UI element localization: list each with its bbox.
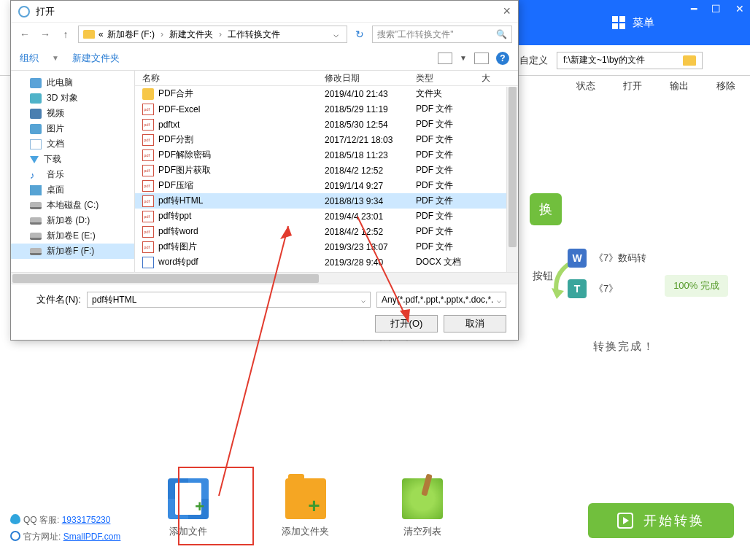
dialog-toolbar: 组织▼ 新建文件夹 ▼ ?: [11, 46, 518, 71]
minimize-button[interactable]: ━: [691, 3, 697, 15]
qq-link[interactable]: 1933175230: [62, 515, 111, 525]
site-link[interactable]: SmallPDF.com: [63, 532, 121, 542]
view-options-button[interactable]: [438, 52, 452, 64]
file-filter-select[interactable]: Any(*.pdf,*.ppt,*.pptx,*.doc,*.⌵: [376, 292, 506, 308]
tree-item[interactable]: ♪音乐: [11, 167, 134, 182]
file-type: PDF 文件: [416, 241, 482, 253]
file-row[interactable]: PDF图片获取2018/4/2 12:52PDF 文件: [135, 163, 518, 178]
app-icon: [18, 6, 30, 18]
help-button[interactable]: ?: [496, 52, 509, 65]
file-date: 2019/4/4 23:01: [325, 211, 416, 222]
dialog-title: 打开: [36, 5, 55, 18]
dialog-nav: ← → ↑ « 新加卷F (F:)› 新建文件夹› 工作转换文件 ⌵ ↻ 搜索"…: [11, 23, 518, 46]
file-type: PDF 文件: [416, 118, 482, 131]
file-type: PDF 文件: [416, 164, 482, 176]
file-list-header[interactable]: 名称 修改日期 类型 大: [135, 71, 518, 86]
tree-item[interactable]: 新加卷E (E:): [11, 228, 134, 244]
file-row[interactable]: pdftxt2018/5/30 12:54PDF 文件: [135, 117, 518, 132]
tree-item[interactable]: 视频: [11, 106, 134, 121]
file-type: PDF 文件: [416, 195, 482, 207]
text-icon: T: [568, 279, 587, 298]
done-caption: 转换完成！: [593, 340, 655, 354]
app-titlebar: 菜单 ━ ☐ ✕: [517, 0, 750, 45]
scrollbar-horizontal[interactable]: [11, 272, 518, 284]
search-input[interactable]: 搜索"工作转换文件" 🔍: [372, 26, 512, 43]
file-row[interactable]: PDF-Excel2018/5/29 11:19PDF 文件: [135, 101, 518, 117]
tree-item-icon: [30, 248, 42, 255]
cancel-button[interactable]: 取消: [444, 315, 506, 332]
menu-label[interactable]: 菜单: [633, 16, 654, 30]
tree-item[interactable]: 新加卷 (D:): [11, 213, 134, 228]
file-icon: [142, 119, 154, 131]
breadcrumb[interactable]: « 新加卷F (F:)› 新建文件夹› 工作转换文件 ⌵: [78, 26, 347, 43]
refresh-button[interactable]: ↻: [352, 26, 368, 42]
file-name: pdf转HTML: [158, 195, 203, 207]
tree-item-icon: [30, 202, 42, 209]
clear-list-button[interactable]: 清空列表: [402, 478, 443, 538]
file-row[interactable]: pdf转word2018/4/2 12:52PDF 文件: [135, 224, 518, 239]
tree-item[interactable]: 本地磁盘 (C:): [11, 198, 134, 213]
tree-item[interactable]: 下载: [11, 152, 134, 167]
file-name: PDF图片获取: [158, 164, 211, 176]
scrollbar-vertical[interactable]: [506, 87, 518, 272]
tree-item-icon: ♪: [30, 170, 42, 180]
file-row[interactable]: PDF分割2017/12/21 18:03PDF 文件: [135, 132, 518, 147]
tree-item-icon: [30, 93, 42, 104]
close-button[interactable]: ✕: [735, 3, 744, 15]
file-date: 2018/5/29 11:19: [325, 104, 416, 114]
file-type: PDF 文件: [416, 210, 482, 222]
footer-links: QQ 客服: 1933175230 官方网址: SmallPDF.com: [10, 512, 120, 545]
file-type: PDF 文件: [416, 133, 482, 146]
file-row[interactable]: PDF解除密码2018/5/18 11:23PDF 文件: [135, 147, 518, 163]
file-name: PDF-Excel: [158, 104, 200, 114]
tree-item[interactable]: 文档: [11, 136, 134, 152]
file-row[interactable]: pdf转图片2019/3/23 13:07PDF 文件: [135, 239, 518, 254]
file-row[interactable]: PDF合并2019/4/10 21:43文件夹: [135, 86, 518, 101]
tree-item-label: 3D 对象: [47, 92, 78, 104]
output-path-input[interactable]: f:\新建文~1\by的文件: [557, 52, 703, 69]
file-list[interactable]: 名称 修改日期 类型 大 PDF合并2019/4/10 21:43文件夹PDF-…: [135, 71, 518, 272]
file-date: 2018/4/2 12:52: [325, 166, 416, 176]
nav-up-button[interactable]: ↑: [58, 26, 74, 42]
tree-item-label: 下载: [44, 153, 61, 166]
tree-item-icon: [30, 124, 42, 134]
organize-menu[interactable]: 组织: [20, 52, 39, 65]
tree-item-icon: [30, 185, 42, 195]
tree-item[interactable]: 3D 对象: [11, 90, 134, 106]
file-name: PDF解除密码: [158, 149, 211, 161]
tree-item[interactable]: 图片: [11, 121, 134, 136]
preview-pane-button[interactable]: [474, 52, 489, 64]
file-row[interactable]: word转pdf2019/3/28 9:40DOCX 文档: [135, 254, 518, 270]
file-row[interactable]: pdf转HTML2018/8/13 9:34PDF 文件: [135, 193, 518, 209]
file-date: 2018/4/2 12:52: [325, 227, 416, 237]
tree-item-label: 视频: [47, 107, 64, 120]
convert-badge: 换: [530, 193, 562, 225]
file-date: 2019/1/14 9:27: [325, 181, 416, 191]
file-type: PDF 文件: [416, 225, 482, 238]
maximize-button[interactable]: ☐: [711, 3, 721, 15]
tree-item[interactable]: 桌面: [11, 182, 134, 198]
folder-tree[interactable]: 此电脑3D 对象视频图片文档下载♪音乐桌面本地磁盘 (C:)新加卷 (D:)新加…: [11, 71, 135, 272]
file-row[interactable]: pdf转ppt2019/4/4 23:01PDF 文件: [135, 209, 518, 224]
dialog-close-button[interactable]: ×: [503, 4, 511, 19]
file-name: word转pdf: [158, 256, 198, 268]
start-convert-button[interactable]: 开始转换: [588, 503, 734, 538]
file-icon: [142, 211, 154, 222]
nav-back-button[interactable]: ←: [17, 26, 33, 42]
tree-item-label: 文档: [47, 138, 64, 150]
file-row[interactable]: PDF压缩2019/1/14 9:27PDF 文件: [135, 178, 518, 193]
file-type: PDF 文件: [416, 179, 482, 192]
filename-input[interactable]: pdf转HTML⌵: [87, 292, 371, 308]
play-icon: [617, 513, 633, 529]
file-name: pdf转word: [158, 225, 198, 238]
add-folder-button[interactable]: 添加文件夹: [282, 478, 329, 538]
nav-forward-button[interactable]: →: [37, 26, 53, 42]
open-button[interactable]: 打开(O): [375, 315, 438, 332]
file-name: PDF合并: [158, 88, 193, 100]
tree-item[interactable]: 此电脑: [11, 75, 134, 90]
custom-label: 自定义: [519, 54, 548, 67]
clear-icon: [402, 478, 443, 519]
open-file-dialog: 打开 × ← → ↑ « 新加卷F (F:)› 新建文件夹› 工作转换文件 ⌵ …: [10, 0, 519, 341]
tree-item[interactable]: 新加卷F (F:): [11, 244, 134, 259]
new-folder-button[interactable]: 新建文件夹: [72, 52, 120, 65]
